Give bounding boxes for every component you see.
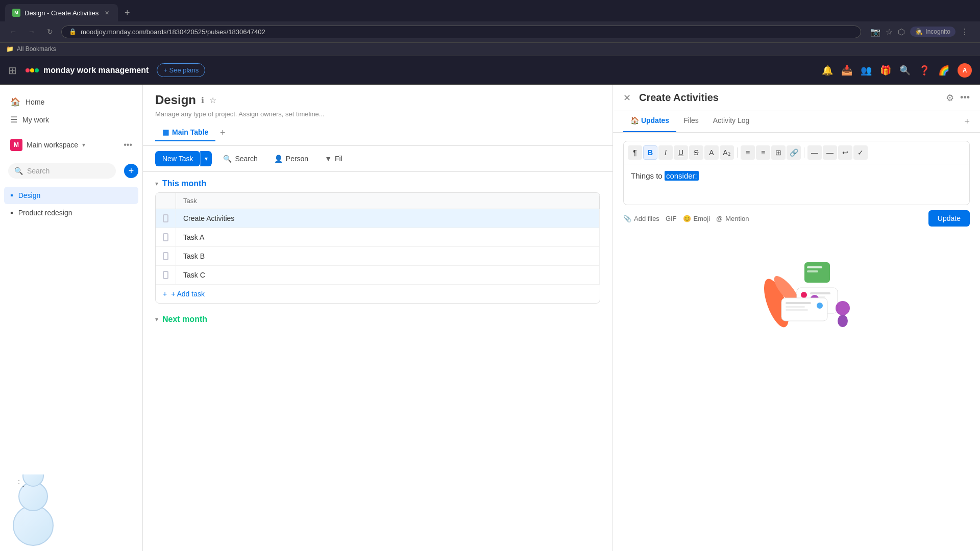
tab-close-btn[interactable]: ✕ (103, 9, 111, 17)
user-avatar[interactable]: A (958, 63, 972, 78)
help-icon[interactable]: ❓ (919, 65, 930, 76)
task-checkbox[interactable] (163, 214, 168, 222)
task-checkbox-cell[interactable] (156, 209, 176, 228)
section-this-month: ▾ This month (155, 172, 600, 192)
table-row[interactable]: Task A (156, 228, 600, 247)
mention-button[interactable]: @ Mention (716, 215, 749, 222)
sidebar-item-design[interactable]: ▪ Design (4, 187, 138, 204)
person-filter-button[interactable]: 👤 Person (269, 152, 313, 166)
section-this-month-title[interactable]: This month (162, 179, 206, 188)
task-a-label: Task A (183, 233, 204, 241)
task-checkbox-cell[interactable] (156, 247, 176, 265)
search-icon[interactable]: 🔍 (899, 65, 911, 76)
menu-icon[interactable]: ⋮ (961, 27, 969, 37)
rt-indent-btn[interactable]: — (807, 145, 822, 160)
active-tab[interactable]: M Design - Create Activities ✕ (5, 4, 118, 21)
panel-more-icon[interactable]: ••• (960, 92, 970, 103)
workspace-more-icon[interactable]: ••• (124, 140, 132, 149)
sidebar-item-product-redesign[interactable]: ▪ Product redesign (4, 204, 138, 221)
back-btn[interactable]: ← (6, 24, 20, 39)
search-toolbar-icon: 🔍 (223, 155, 232, 163)
sidebar-item-mywork[interactable]: ☰ My work (4, 111, 138, 129)
task-name-cell[interactable]: Create Activities (176, 209, 600, 228)
task-name-cell[interactable]: Task C (176, 266, 600, 284)
rt-done-btn[interactable]: ✓ (853, 145, 868, 160)
new-task-button[interactable]: New Task (155, 151, 200, 166)
notifications-icon[interactable]: 🔔 (822, 65, 833, 76)
add-files-button[interactable]: 📎 Add files (623, 215, 659, 222)
panel-settings-icon[interactable]: ⚙ (946, 92, 954, 104)
sidebar-search-placeholder: Search (27, 167, 110, 175)
grid-apps-icon[interactable]: ⊞ (8, 64, 17, 77)
gift-icon[interactable]: 🎁 (880, 65, 891, 76)
editor-area[interactable]: Things to consider: (623, 164, 970, 205)
task-checkbox-cell[interactable] (156, 228, 176, 246)
rt-font-size-btn[interactable]: A₂ (720, 145, 734, 160)
app-logo-text: monday work management (43, 66, 149, 75)
table-check-header (156, 193, 176, 209)
sidebar-workspace[interactable]: M Main workspace ▾ ••• (4, 135, 138, 155)
rt-underline-btn[interactable]: U (674, 145, 688, 160)
section-collapse-icon[interactable]: ▾ (155, 180, 158, 187)
browser-chrome: M Design - Create Activities ✕ + ← → ↻ 🔒… (0, 0, 980, 56)
tab-main-table[interactable]: ▦ Main Table (155, 124, 215, 141)
board-info-icon[interactable]: ℹ (201, 95, 204, 105)
rt-bold-btn[interactable]: B (643, 145, 657, 160)
rt-strikethrough-btn[interactable]: S (689, 145, 703, 160)
filter-button[interactable]: ▼ Fil (320, 152, 348, 166)
extension-icon[interactable]: ⬡ (898, 27, 905, 37)
update-button[interactable]: Update (928, 210, 970, 227)
sidebar-item-home[interactable]: 🏠 Home (4, 93, 138, 111)
files-tab-label: Files (683, 116, 699, 124)
sidebar-search-box[interactable]: 🔍 Search (8, 163, 116, 179)
address-bar[interactable]: 🔒 moodjoy.monday.com/boards/1830420525/p… (61, 26, 861, 38)
search-toolbar-button[interactable]: 🔍 Search (218, 152, 262, 166)
editor-highlighted-text[interactable]: consider: (665, 171, 699, 181)
rt-color-btn[interactable]: A (704, 145, 719, 160)
camera-off-icon[interactable]: 📷 (870, 27, 880, 37)
task-checkbox[interactable] (163, 233, 168, 241)
rt-italic-btn[interactable]: I (658, 145, 673, 160)
rt-link-btn[interactable]: 🔗 (787, 145, 801, 160)
star-icon[interactable]: ☆ (886, 27, 893, 37)
new-task-dropdown-button[interactable]: ▾ (200, 151, 212, 166)
panel-close-button[interactable]: ✕ (623, 92, 631, 104)
rt-undo-btn[interactable]: ↩ (838, 145, 852, 160)
sidebar-add-button[interactable]: + (124, 164, 138, 178)
task-checkbox[interactable] (163, 252, 168, 260)
see-plans-button[interactable]: + See plans (157, 63, 205, 77)
gif-button[interactable]: GIF (666, 215, 677, 222)
section-next-month-title[interactable]: Next month (162, 315, 207, 324)
svg-rect-16 (786, 309, 808, 311)
emoji-label: Emoji (694, 215, 710, 222)
task-checkbox-cell[interactable] (156, 266, 176, 284)
add-tab-button[interactable]: + (215, 126, 230, 140)
table-row[interactable]: Task B (156, 247, 600, 266)
add-panel-tab-button[interactable]: + (964, 111, 970, 132)
add-task-button[interactable]: + + Add task (156, 285, 600, 303)
refresh-btn[interactable]: ↻ (43, 24, 57, 39)
rainbow-icon[interactable]: 🌈 (938, 65, 949, 76)
tab-updates[interactable]: 🏠 Updates (623, 111, 676, 132)
rt-paragraph-btn[interactable]: ¶ (628, 145, 642, 160)
board-star-icon[interactable]: ☆ (209, 95, 216, 105)
forward-btn[interactable]: → (24, 24, 39, 39)
tab-main-table-label: Main Table (172, 128, 208, 136)
emoji-button[interactable]: 😊 Emoji (683, 215, 710, 222)
rt-outdent-btn[interactable]: — (823, 145, 837, 160)
rt-list-btn[interactable]: ⊞ (771, 145, 786, 160)
task-name-cell[interactable]: Task B (176, 247, 600, 265)
people-icon[interactable]: 👥 (861, 65, 872, 76)
tab-activity-log[interactable]: Activity Log (706, 111, 757, 132)
rt-align-left-btn[interactable]: ≡ (741, 145, 755, 160)
task-name-cell[interactable]: Task A (176, 228, 600, 246)
bookmarks-bar: 📁 All Bookmarks (0, 43, 980, 56)
new-tab-btn[interactable]: + (120, 6, 134, 20)
task-checkbox[interactable] (163, 271, 168, 279)
rt-align-right-btn[interactable]: ≡ (756, 145, 770, 160)
table-row[interactable]: Task C (156, 266, 600, 285)
tab-files[interactable]: Files (676, 111, 706, 132)
inbox-icon[interactable]: 📥 (841, 65, 852, 76)
table-row[interactable]: Create Activities (156, 209, 600, 228)
next-month-collapse-icon[interactable]: ▾ (155, 316, 158, 323)
